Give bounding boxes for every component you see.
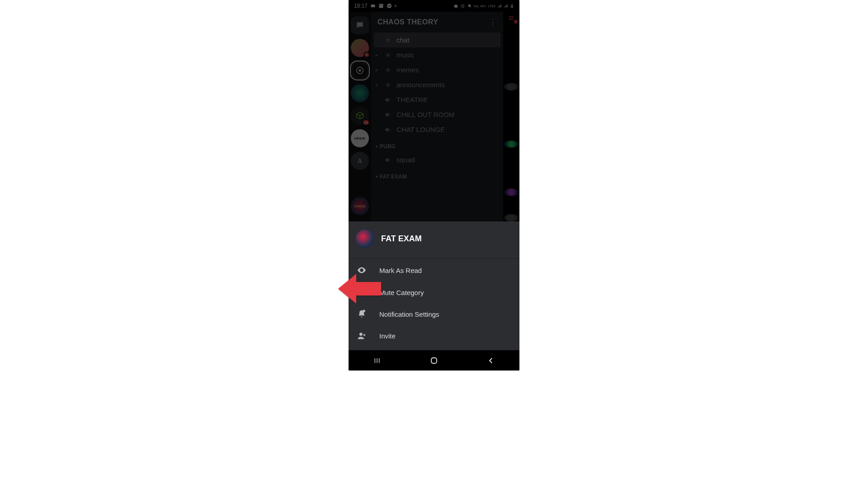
person-add-icon (357, 331, 367, 340)
server-item[interactable]: 19 (351, 107, 369, 125)
dim-overlay: 18:17 (349, 0, 519, 221)
channel-voice[interactable]: CHAT LOUNGE (371, 122, 503, 137)
chevron-down-icon: ▾ (376, 174, 378, 179)
back-button[interactable] (486, 355, 496, 366)
channel-text[interactable]: ▸ # music (371, 47, 503, 62)
battery-icon (510, 3, 514, 9)
category-name: FAT EXAM (380, 174, 407, 180)
category-action-sheet: FAT EXAM Mark As Read Mute Category Noti… (349, 221, 519, 350)
thread-caret-icon: ▸ (376, 52, 379, 57)
mute-icon (467, 4, 472, 9)
discord-app: 1 19 HPAIR A CHAOS (349, 12, 519, 221)
svg-point-15 (359, 333, 363, 336)
server-avatar (356, 230, 374, 248)
channel-voice[interactable]: CHILL OUT ROOM (371, 107, 503, 122)
svg-point-2 (380, 5, 381, 6)
channel-voice[interactable]: THEATRE (371, 92, 503, 107)
signal-icon (497, 4, 502, 8)
notification-dot-icon (514, 20, 518, 23)
category-header[interactable]: ▾ PUBG (371, 137, 503, 152)
svg-rect-6 (455, 4, 457, 5)
sheet-item-invite[interactable]: Invite (349, 325, 519, 347)
sheet-item-mute-category[interactable]: Mute Category (349, 282, 519, 303)
channel-text[interactable]: ▸ # announcements (371, 77, 503, 92)
channel-name: announcements (396, 81, 445, 89)
hash-icon: # (384, 81, 392, 89)
chevron-down-icon: ▾ (376, 144, 378, 149)
svg-rect-5 (454, 5, 458, 7)
channel-name: CHILL OUT ROOM (396, 111, 454, 118)
minus-circle-icon (387, 3, 392, 9)
channel-voice[interactable]: squad (371, 152, 503, 167)
server-header[interactable]: CHAOS THEORY ⋮ (371, 12, 503, 33)
hash-icon: # (384, 51, 392, 59)
kebab-icon[interactable]: ⋮ (489, 17, 497, 27)
channel-text[interactable]: # chat (374, 33, 500, 47)
server-item[interactable]: 1 (351, 39, 369, 57)
server-item-selected[interactable] (351, 61, 369, 80)
server-rail: 1 19 HPAIR A CHAOS (349, 12, 371, 221)
dm-button[interactable] (351, 16, 369, 34)
card-icon (370, 3, 376, 9)
speaker-icon (384, 126, 392, 133)
sheet-item-label: Mark As Read (379, 267, 422, 274)
speaker-icon (384, 96, 392, 103)
channel-list: CHAOS THEORY ⋮ # chat ▸ # music ▸ # meme… (371, 12, 503, 221)
speaker-icon (384, 156, 392, 164)
server-item[interactable]: HPAIR (351, 129, 369, 147)
members-peek (503, 12, 519, 221)
alarm-icon (460, 4, 465, 9)
member-avatar[interactable] (504, 188, 519, 196)
recents-button[interactable] (372, 355, 382, 366)
svg-rect-14 (363, 310, 365, 312)
status-time: 18:17 (354, 3, 368, 9)
hash-icon: # (384, 36, 392, 44)
phone-frame: 18:17 (349, 0, 519, 371)
svg-rect-9 (512, 4, 513, 5)
bell-icon (357, 288, 367, 297)
thread-caret-icon: ▸ (376, 67, 379, 72)
sheet-item-label: Mute Category (379, 289, 424, 296)
channel-name: chat (396, 36, 409, 44)
server-item[interactable] (351, 174, 369, 192)
home-button[interactable] (429, 355, 439, 366)
server-badge: 19 (362, 119, 370, 126)
svg-rect-10 (511, 6, 512, 7)
server-item[interactable] (351, 84, 369, 102)
hash-icon: # (384, 66, 392, 74)
thread-caret-icon: ▸ (376, 82, 379, 87)
svg-rect-0 (371, 5, 375, 7)
speaker-icon (384, 111, 392, 118)
sheet-title: FAT EXAM (381, 234, 422, 244)
channel-name: THEATRE (396, 96, 428, 103)
bell-badge-icon (357, 310, 367, 319)
menu-icon[interactable] (507, 15, 516, 22)
svg-rect-1 (379, 4, 383, 8)
eye-icon (357, 265, 367, 275)
signal-icon-2 (504, 4, 508, 8)
category-header[interactable]: ▾ FAT EXAM (371, 167, 503, 183)
channel-name: music (396, 51, 414, 59)
category-name: PUBG (380, 143, 396, 150)
sheet-item-mark-read[interactable]: Mark As Read (349, 259, 519, 282)
server-item[interactable]: A (351, 152, 369, 170)
channel-name: squad (396, 156, 415, 164)
android-nav-bar (349, 350, 519, 371)
sheet-item-notification-settings[interactable]: Notification Settings (349, 303, 519, 325)
svg-point-12 (359, 69, 361, 72)
svg-rect-4 (388, 5, 391, 6)
status-dot-icon (395, 5, 396, 7)
member-avatar[interactable] (504, 214, 519, 221)
channel-name: memes (396, 66, 419, 74)
channel-name: CHAT LOUNGE (396, 126, 445, 133)
server-item[interactable]: CHAOS (351, 197, 369, 215)
status-bar: 18:17 (349, 0, 519, 12)
status-lte: LTE2 (488, 5, 495, 8)
image-icon (378, 3, 384, 9)
sheet-item-label: Invite (379, 332, 396, 340)
member-avatar[interactable] (504, 83, 519, 90)
status-4g: 4G+ (480, 5, 486, 8)
member-avatar[interactable] (504, 141, 519, 148)
svg-rect-16 (431, 358, 437, 363)
channel-text[interactable]: ▸ # memes (371, 62, 503, 77)
